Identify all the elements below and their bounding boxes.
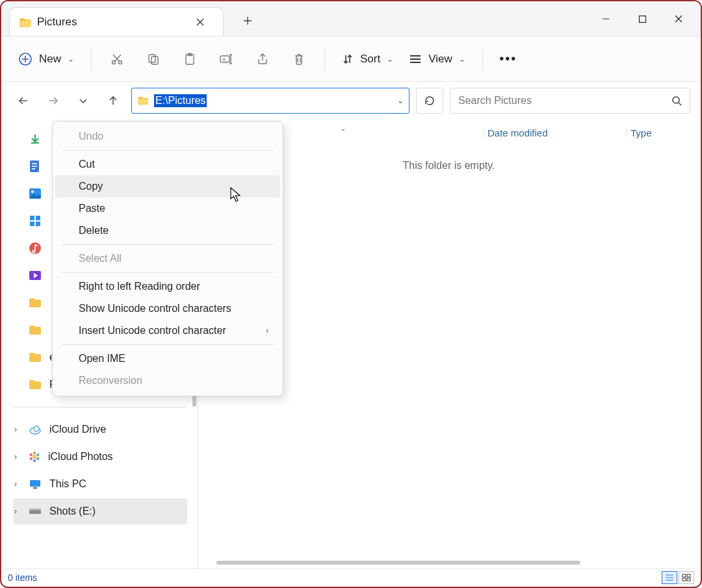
svg-rect-35 — [29, 509, 41, 511]
sidebar-item-shots-e[interactable]: ›Shots (E:) — [13, 498, 187, 524]
toolbar: New ⌄ A Sort ⌄ View ⌄ ••• — [1, 36, 701, 82]
ctx-reconversion: Reconversion — [55, 370, 280, 392]
view-label: View — [428, 53, 452, 66]
more-button[interactable]: ••• — [495, 46, 522, 72]
music-icon — [29, 242, 42, 255]
share-button[interactable] — [249, 46, 276, 72]
list-icon — [409, 54, 422, 64]
svg-rect-12 — [32, 163, 37, 164]
view-button[interactable]: View ⌄ — [404, 46, 471, 72]
ctx-delete[interactable]: Delete — [55, 220, 280, 242]
pc-icon — [29, 479, 42, 489]
address-bar[interactable]: E:\Pictures ⌄ — [131, 88, 410, 114]
svg-point-26 — [33, 452, 36, 454]
svg-point-16 — [31, 190, 34, 193]
svg-point-24 — [34, 426, 39, 431]
tab-close-icon[interactable] — [188, 10, 213, 34]
rename-icon: A — [219, 53, 233, 66]
folder-icon — [137, 96, 149, 105]
chevron-right-icon[interactable]: › — [14, 425, 17, 434]
svg-point-28 — [36, 457, 39, 460]
paste-button[interactable] — [176, 46, 203, 72]
item-count: 0 items — [8, 572, 37, 583]
chevron-right-icon: › — [266, 326, 268, 335]
content-scrollbar[interactable] — [216, 561, 680, 566]
minimize-button[interactable] — [588, 6, 624, 32]
sort-chevron-icon: ˇ — [342, 127, 345, 138]
folder-icon — [19, 18, 31, 27]
ctx-show-unicode[interactable]: Show Unicode control characters — [55, 298, 280, 320]
recent-button[interactable] — [72, 89, 95, 112]
svg-point-31 — [30, 454, 32, 456]
trash-icon — [292, 53, 306, 66]
copy-button[interactable] — [140, 46, 167, 72]
video-icon — [29, 270, 42, 281]
picture-icon — [29, 188, 42, 199]
search-input[interactable]: Search Pictures — [450, 88, 690, 114]
column-type[interactable]: Type — [626, 127, 652, 138]
chevron-down-icon[interactable]: ⌄ — [397, 96, 404, 105]
delete-button[interactable] — [285, 46, 313, 72]
forward-button[interactable] — [42, 89, 65, 112]
clipboard-icon — [183, 53, 196, 66]
new-button[interactable]: New ⌄ — [13, 46, 79, 72]
share-icon — [256, 53, 269, 66]
svg-rect-13 — [32, 166, 37, 167]
up-button[interactable] — [101, 89, 125, 112]
svg-rect-17 — [30, 216, 34, 220]
svg-rect-18 — [36, 216, 40, 220]
new-tab-button[interactable] — [235, 8, 260, 33]
svg-rect-39 — [682, 578, 686, 581]
sort-button[interactable]: Sort ⌄ — [337, 46, 398, 72]
sidebar-item-icloud-photos[interactable]: ›iCloud Photos — [13, 444, 187, 470]
maximize-button[interactable] — [624, 6, 660, 32]
svg-rect-6 — [186, 55, 194, 64]
thumbnails-view-button[interactable] — [679, 571, 694, 584]
ctx-undo: Undo — [55, 125, 280, 147]
titlebar: Pictures — [1, 1, 701, 36]
svg-rect-40 — [687, 578, 690, 581]
disk-icon — [29, 507, 42, 516]
svg-rect-33 — [33, 487, 37, 489]
column-date-modified[interactable]: Date modified — [483, 127, 613, 138]
chevron-right-icon[interactable]: › — [14, 479, 17, 489]
sidebar-item-icloud-drive[interactable]: ›iCloud Drive — [13, 416, 187, 442]
status-bar: 0 items — [3, 569, 699, 585]
ctx-select-all: Select All — [55, 248, 280, 270]
cut-button[interactable] — [103, 46, 131, 72]
refresh-button[interactable] — [416, 88, 443, 114]
tab-pictures[interactable]: Pictures — [9, 7, 224, 36]
sidebar-item-label: Shots (E:) — [49, 505, 96, 517]
new-label: New — [39, 53, 61, 66]
svg-rect-20 — [36, 222, 40, 226]
svg-point-30 — [30, 457, 32, 460]
svg-rect-0 — [639, 16, 645, 22]
back-button[interactable] — [12, 89, 35, 112]
ctx-insert-unicode[interactable]: Insert Unicode control character› — [55, 320, 280, 342]
svg-point-10 — [673, 97, 679, 103]
ctx-rtl[interactable]: Right to left Reading order — [55, 275, 280, 298]
svg-rect-4 — [149, 55, 155, 62]
svg-point-25 — [32, 455, 36, 459]
folder-icon — [29, 379, 42, 390]
cloud-icon — [29, 424, 42, 435]
chevron-right-icon[interactable]: › — [14, 452, 17, 461]
chevron-right-icon[interactable]: › — [14, 507, 17, 516]
svg-rect-38 — [687, 574, 690, 577]
svg-point-3 — [119, 60, 122, 64]
sidebar-item-this-pc[interactable]: ›This PC — [13, 471, 187, 497]
svg-text:A: A — [222, 57, 226, 62]
rename-button[interactable]: A — [213, 46, 240, 72]
ctx-cut[interactable]: Cut — [55, 153, 280, 175]
svg-rect-37 — [682, 574, 686, 577]
plus-circle-icon — [18, 52, 32, 66]
copy-icon — [147, 53, 160, 66]
chevron-down-icon: ⌄ — [387, 55, 393, 64]
ctx-open-ime[interactable]: Open IME — [55, 348, 280, 370]
ctx-copy[interactable]: Copy — [55, 175, 280, 198]
ctx-paste[interactable]: Paste — [55, 198, 280, 220]
svg-rect-19 — [30, 222, 34, 226]
close-button[interactable] — [660, 6, 697, 32]
window-controls — [588, 6, 697, 32]
details-view-button[interactable] — [662, 571, 677, 584]
